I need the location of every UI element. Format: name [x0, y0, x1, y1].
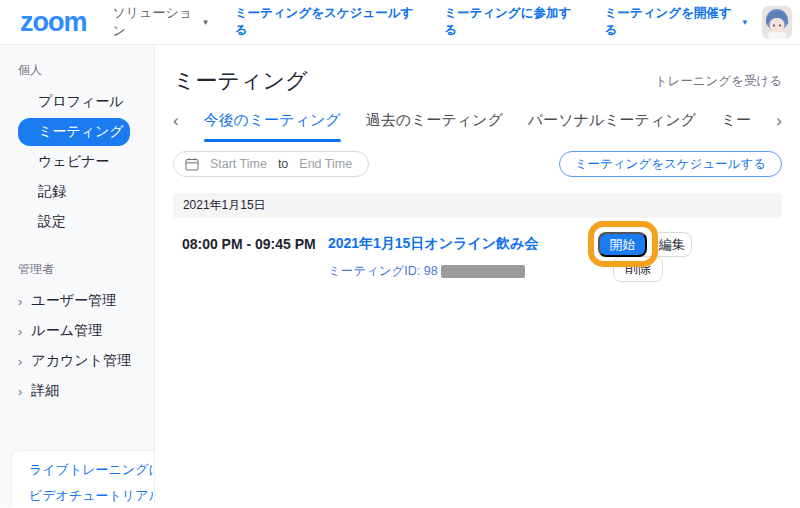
video-tutorials-link[interactable]: ビデオチュートリアル: [29, 488, 155, 504]
nav-right: ミーティングをスケジュールする ミーティングに参加する ミーティングを開催する …: [208, 5, 792, 39]
sidebar-item-account-management[interactable]: › アカウント管理: [0, 346, 154, 376]
tab-upcoming-meetings[interactable]: 今後のミーティング: [204, 111, 341, 142]
meeting-time: 08:00 PM - 09:45 PM: [182, 236, 316, 252]
sidebar-item-room-management[interactable]: › ルーム管理: [0, 316, 154, 346]
solutions-dropdown[interactable]: ソリューション ▾: [113, 4, 208, 40]
main-header: ミーティング トレーニングを受ける: [173, 66, 782, 96]
chevron-right-icon: ›: [18, 295, 22, 308]
zoom-logo[interactable]: zoom: [20, 9, 87, 36]
meetings-tabs: ‹ 今後のミーティング 過去のミーティング パーソナルミーティング ミー ›: [173, 111, 782, 142]
schedule-meeting-button[interactable]: ミーティングをスケジュールする: [559, 151, 782, 177]
edit-button[interactable]: 編集: [652, 232, 692, 257]
filter-row: Start Time to End Time ミーティングをスケジュールする: [173, 151, 782, 177]
sidebar-item-meetings[interactable]: ミーティング: [18, 118, 130, 146]
sidebar-section-admin: 管理者: [0, 237, 154, 286]
top-navbar: zoom ソリューション ▾ ミーティングをスケジュールする ミーティングに参加…: [0, 0, 800, 45]
end-time-placeholder: End Time: [299, 157, 352, 171]
sidebar-item-advanced[interactable]: › 詳細: [0, 376, 154, 406]
tab-meeting-templates-truncated[interactable]: ミー: [721, 111, 751, 142]
calendar-icon: [185, 157, 199, 171]
meeting-info: 2021年1月15日オンライン飲み会 ミーティングID: 98: [328, 234, 538, 280]
chevron-right-icon: ›: [18, 385, 22, 398]
meeting-row: 08:00 PM - 09:45 PM 2021年1月15日オンライン飲み会 ミ…: [173, 230, 782, 320]
zoom-web-portal: zoom ソリューション ▾ ミーティングをスケジュールする ミーティングに参加…: [0, 0, 800, 508]
sidebar-item-settings[interactable]: 設定: [0, 207, 154, 237]
date-group-header: 2021年1月15日: [173, 193, 782, 218]
user-avatar[interactable]: [762, 6, 792, 39]
meeting-id-redaction: [441, 265, 525, 278]
sidebar-item-profile[interactable]: プロフィール: [0, 87, 154, 117]
sidebar-item-label: アカウント管理: [31, 352, 131, 370]
meeting-title-link[interactable]: 2021年1月15日オンライン飲み会: [328, 235, 538, 251]
main-content: ミーティング トレーニングを受ける ‹ 今後のミーティング 過去のミーティング …: [155, 45, 800, 507]
attend-live-training-link[interactable]: ライブトレーニングに出席: [29, 462, 155, 478]
nav-join-meeting-link[interactable]: ミーティングに参加する: [444, 5, 577, 39]
sidebar-footer-card: ライブトレーニングに出席 ビデオチュートリアル: [12, 451, 155, 507]
chevron-right-icon: ›: [18, 355, 22, 368]
sidebar-item-recordings[interactable]: 記録: [0, 177, 154, 207]
get-training-link[interactable]: トレーニングを受ける: [655, 73, 782, 90]
sidebar-item-label: ルーム管理: [31, 322, 102, 340]
sidebar: 個人 プロフィール ミーティング ウェビナー 記録 設定 管理者 › ユーザー管…: [0, 45, 155, 507]
tab-personal-meetings[interactable]: パーソナルミーティング: [528, 111, 696, 142]
nav-left: zoom ソリューション ▾: [20, 4, 208, 40]
sidebar-item-label: 詳細: [31, 382, 59, 400]
to-label: to: [278, 157, 288, 171]
chevron-down-icon: ▾: [742, 18, 747, 27]
chevron-left-icon[interactable]: ‹: [173, 111, 179, 131]
chevron-right-icon[interactable]: ›: [776, 111, 782, 131]
sidebar-item-label: ユーザー管理: [31, 292, 116, 310]
meeting-id-line: ミーティングID: 98: [328, 263, 538, 280]
nav-host-meeting-label: ミーティングを開催する: [605, 5, 738, 39]
nav-host-meeting-dropdown[interactable]: ミーティングを開催する ▾: [605, 5, 747, 39]
nav-schedule-meeting-link[interactable]: ミーティングをスケジュールする: [235, 5, 417, 39]
start-time-placeholder: Start Time: [210, 157, 267, 171]
sidebar-section-personal: 個人: [0, 45, 154, 87]
meeting-id-label: ミーティングID: 98: [328, 263, 438, 280]
solutions-label: ソリューション: [113, 4, 199, 40]
start-button[interactable]: 開始: [598, 232, 647, 257]
chevron-right-icon: ›: [18, 325, 22, 338]
delete-button[interactable]: 削除: [613, 256, 663, 282]
page-body: 個人 プロフィール ミーティング ウェビナー 記録 設定 管理者 › ユーザー管…: [0, 45, 800, 507]
avatar-image: [762, 6, 792, 39]
sidebar-item-user-management[interactable]: › ユーザー管理: [0, 286, 154, 316]
sidebar-item-webinars[interactable]: ウェビナー: [0, 147, 154, 177]
tab-previous-meetings[interactable]: 過去のミーティング: [366, 111, 503, 142]
date-range-filter[interactable]: Start Time to End Time: [173, 151, 369, 177]
page-title: ミーティング: [173, 66, 308, 96]
